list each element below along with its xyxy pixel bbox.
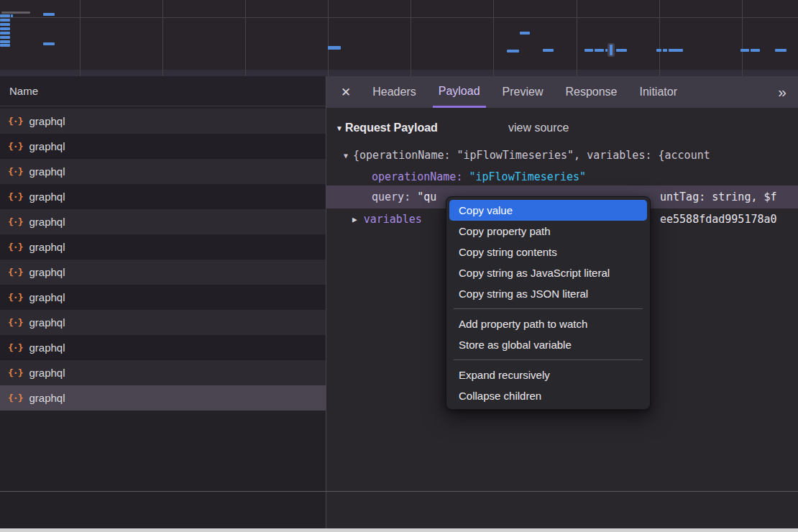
view-source-link[interactable]: view source bbox=[508, 121, 569, 134]
overview-request-bar bbox=[616, 49, 627, 52]
request-name-label: graphql bbox=[29, 216, 65, 228]
more-tabs-icon[interactable]: » bbox=[778, 83, 786, 101]
section-collapse-icon[interactable]: ▼ bbox=[336, 124, 343, 132]
overview-request-bar bbox=[0, 14, 10, 17]
expand-triangle-icon[interactable]: ▶ bbox=[352, 215, 357, 224]
tab-response[interactable]: Response bbox=[559, 76, 623, 108]
overview-request-bar bbox=[0, 36, 10, 39]
overview-request-bar bbox=[43, 42, 55, 45]
overview-gridline bbox=[577, 0, 577, 76]
request-row-graphql[interactable]: {·}graphql bbox=[0, 109, 326, 134]
request-row-graphql[interactable]: {·}graphql bbox=[0, 335, 326, 360]
payload-operation-name-row[interactable]: operationName: "ipFlowTimeseries" bbox=[326, 166, 798, 188]
json-fetch-icon: {·} bbox=[8, 116, 22, 127]
overview-request-bar bbox=[740, 49, 749, 52]
menu-item-copy-string-contents[interactable]: Copy string contents bbox=[449, 242, 647, 262]
overview-request-bar bbox=[669, 49, 683, 52]
menu-item-copy-string-as-json-literal[interactable]: Copy string as JSON literal bbox=[449, 283, 647, 304]
network-overview-timeline[interactable] bbox=[0, 0, 798, 77]
request-row-graphql[interactable]: {·}graphql bbox=[0, 260, 326, 285]
request-row-graphql[interactable]: {·}graphql bbox=[0, 184, 326, 209]
request-row-graphql[interactable]: {·}graphql bbox=[0, 360, 326, 385]
overview-request-bar bbox=[595, 49, 604, 52]
json-fetch-icon: {·} bbox=[8, 191, 22, 202]
overview-gridline bbox=[328, 0, 329, 76]
request-row-graphql[interactable]: {·}graphql bbox=[0, 134, 326, 159]
json-fetch-icon: {·} bbox=[8, 393, 22, 403]
object-preview-text: {operationName: "ipFlowTimeseries", vari… bbox=[353, 149, 710, 162]
property-value-fragment-right: ee5588fdad995178a0 bbox=[660, 213, 777, 226]
json-fetch-icon: {·} bbox=[8, 367, 22, 378]
request-name-label: graphql bbox=[29, 367, 65, 379]
request-row-graphql[interactable]: {·}graphql bbox=[0, 159, 326, 184]
menu-item-add-property-path-to-watch[interactable]: Add property path to watch bbox=[449, 313, 647, 334]
request-row-graphql[interactable]: {·}graphql bbox=[0, 234, 326, 260]
tab-preview[interactable]: Preview bbox=[497, 76, 549, 108]
request-row-graphql[interactable]: {·}graphql bbox=[0, 385, 326, 411]
overview-bottom-strip bbox=[0, 70, 798, 76]
property-key: variables bbox=[364, 213, 422, 226]
request-name-label: graphql bbox=[29, 341, 65, 354]
menu-item-collapse-children[interactable]: Collapse children bbox=[449, 385, 647, 406]
json-fetch-icon: {·} bbox=[8, 141, 22, 152]
property-key: query: bbox=[372, 191, 411, 203]
request-row-graphql[interactable]: {·}graphql bbox=[0, 310, 326, 335]
menu-item-store-as-global-variable[interactable]: Store as global variable bbox=[449, 334, 647, 355]
overview-request-bar bbox=[0, 40, 10, 43]
request-name-label: graphql bbox=[29, 140, 65, 152]
json-fetch-icon: {·} bbox=[8, 166, 22, 177]
object-collapse-icon[interactable]: ▼ bbox=[344, 152, 348, 160]
json-fetch-icon: {·} bbox=[8, 342, 22, 353]
property-value-string: "ipFlowTimeseries" bbox=[469, 170, 586, 183]
details-tab-bar: ✕ HeadersPayloadPreviewResponseInitiator… bbox=[326, 76, 798, 108]
overview-request-bar bbox=[11, 14, 13, 17]
overview-selected-request-bar bbox=[610, 45, 613, 55]
overview-request-bar bbox=[0, 19, 10, 22]
panel-bottom-divider bbox=[0, 491, 798, 492]
json-fetch-icon: {·} bbox=[8, 317, 22, 328]
overview-gridline bbox=[162, 0, 163, 76]
overview-request-bar bbox=[507, 50, 519, 52]
overview-gridline bbox=[411, 0, 411, 76]
json-fetch-icon: {·} bbox=[8, 242, 22, 252]
property-value-fragment-right: untTag: string, $f bbox=[660, 191, 777, 203]
request-name-label: graphql bbox=[29, 165, 65, 178]
close-icon[interactable]: ✕ bbox=[341, 85, 351, 100]
request-list-panel: Name {·}graphql{·}graphql{·}graphql{·}gr… bbox=[0, 76, 326, 528]
property-value-fragment-left: "qu bbox=[417, 191, 436, 203]
overview-gridline bbox=[245, 0, 246, 76]
request-rows: {·}graphql{·}graphql{·}graphql{·}graphql… bbox=[0, 109, 326, 411]
request-payload-section: ▼ Request Payload view source bbox=[326, 117, 798, 139]
request-name-label: graphql bbox=[29, 115, 65, 127]
overview-request-bar bbox=[663, 49, 667, 52]
request-row-graphql[interactable]: {·}graphql bbox=[0, 209, 326, 234]
payload-object-preview-row[interactable]: ▼ {operationName: "ipFlowTimeseries", va… bbox=[326, 145, 798, 166]
tab-headers[interactable]: Headers bbox=[367, 76, 421, 108]
menu-item-copy-property-path[interactable]: Copy property path bbox=[449, 221, 647, 242]
devtools-network-panel: Name {·}graphql{·}graphql{·}graphql{·}gr… bbox=[0, 76, 798, 528]
overview-gridline bbox=[742, 0, 743, 76]
overview-request-bar bbox=[0, 27, 10, 30]
request-payload-title: Request Payload bbox=[345, 121, 438, 134]
request-name-label: graphql bbox=[29, 266, 65, 278]
overview-request-bar bbox=[0, 23, 10, 26]
overview-request-bar bbox=[328, 46, 341, 50]
overview-gridline bbox=[659, 0, 660, 76]
tab-payload[interactable]: Payload bbox=[433, 76, 486, 108]
tab-initiator[interactable]: Initiator bbox=[634, 76, 683, 108]
menu-item-copy-string-as-javascript-literal[interactable]: Copy string as JavaScript literal bbox=[449, 262, 647, 283]
request-row-graphql[interactable]: {·}graphql bbox=[0, 285, 326, 310]
menu-item-copy-value[interactable]: Copy value bbox=[449, 200, 647, 221]
overview-request-bar bbox=[775, 49, 786, 52]
overview-request-bar bbox=[520, 32, 530, 35]
column-header-name[interactable]: Name bbox=[0, 76, 326, 106]
column-header-name-label: Name bbox=[9, 85, 38, 97]
menu-divider bbox=[454, 308, 643, 309]
overview-gridline bbox=[493, 0, 494, 76]
overview-request-bar bbox=[543, 49, 554, 52]
menu-item-expand-recursively[interactable]: Expand recursively bbox=[449, 364, 647, 385]
overview-gridline bbox=[80, 0, 81, 76]
json-fetch-icon: {·} bbox=[8, 292, 22, 303]
json-fetch-icon: {·} bbox=[8, 267, 22, 278]
menu-divider bbox=[454, 359, 643, 360]
